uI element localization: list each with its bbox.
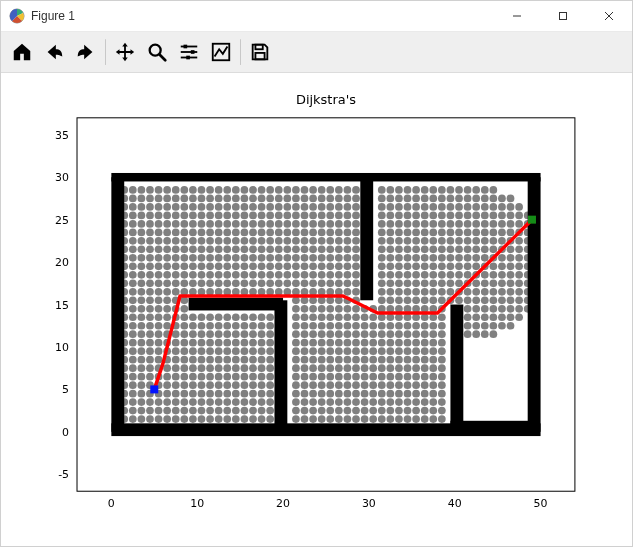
minimize-button[interactable] xyxy=(494,1,540,31)
pan-button[interactable] xyxy=(110,36,140,68)
svg-point-1090 xyxy=(472,245,480,253)
home-button[interactable] xyxy=(7,36,37,68)
svg-point-1100 xyxy=(481,313,489,321)
svg-point-132 xyxy=(146,415,154,423)
svg-point-942 xyxy=(412,245,420,253)
svg-point-355 xyxy=(215,373,223,381)
svg-point-116 xyxy=(138,313,146,321)
svg-point-187 xyxy=(155,186,163,194)
svg-rect-2 xyxy=(560,13,567,20)
svg-point-491 xyxy=(258,322,266,330)
svg-point-750 xyxy=(344,212,352,220)
svg-point-1028 xyxy=(438,229,446,237)
svg-point-455 xyxy=(249,407,257,415)
svg-point-323 xyxy=(198,186,206,194)
svg-point-779 xyxy=(352,203,360,211)
svg-point-93 xyxy=(129,271,137,279)
svg-point-885 xyxy=(395,254,403,262)
svg-point-924 xyxy=(412,398,420,406)
svg-point-874 xyxy=(395,347,403,355)
svg-point-701 xyxy=(335,390,343,398)
svg-point-870 xyxy=(395,381,403,389)
svg-point-111 xyxy=(138,356,146,364)
svg-point-219 xyxy=(172,390,180,398)
svg-point-670 xyxy=(326,415,334,423)
svg-point-262 xyxy=(180,262,188,270)
svg-point-452 xyxy=(241,195,249,203)
svg-rect-1197 xyxy=(274,300,287,432)
save-button[interactable] xyxy=(245,36,275,68)
svg-point-956 xyxy=(421,364,429,372)
svg-point-194 xyxy=(163,364,171,372)
svg-point-1010 xyxy=(438,381,446,389)
svg-point-675 xyxy=(326,373,334,381)
svg-point-662 xyxy=(318,245,326,253)
back-button[interactable] xyxy=(39,36,69,68)
svg-point-744 xyxy=(344,262,352,270)
svg-point-1108 xyxy=(481,245,489,253)
svg-point-402 xyxy=(232,415,240,423)
svg-point-711 xyxy=(335,305,343,313)
svg-point-557 xyxy=(283,186,291,194)
svg-point-549 xyxy=(283,254,291,262)
svg-point-1129 xyxy=(489,220,497,228)
svg-point-372 xyxy=(215,212,223,220)
svg-point-1178 xyxy=(515,212,523,220)
svg-point-495 xyxy=(258,271,266,279)
svg-point-945 xyxy=(412,220,420,228)
svg-point-430 xyxy=(241,398,249,406)
svg-point-613 xyxy=(301,186,309,194)
svg-point-819 xyxy=(378,339,386,347)
zoom-button[interactable] xyxy=(142,36,172,68)
svg-point-591 xyxy=(301,373,309,381)
svg-point-501 xyxy=(258,220,266,228)
svg-point-238 xyxy=(172,229,180,237)
svg-point-306 xyxy=(198,347,206,355)
svg-point-839 xyxy=(386,407,394,415)
svg-point-406 xyxy=(232,381,240,389)
svg-point-589 xyxy=(301,390,309,398)
svg-point-797 xyxy=(369,407,377,415)
svg-point-731 xyxy=(344,373,352,381)
svg-point-1076 xyxy=(464,212,472,220)
svg-point-947 xyxy=(412,203,420,211)
svg-point-1062 xyxy=(464,330,472,338)
svg-point-483 xyxy=(258,390,266,398)
svg-point-364 xyxy=(215,279,223,287)
svg-point-260 xyxy=(180,279,188,287)
svg-point-336 xyxy=(206,313,214,321)
svg-point-486 xyxy=(258,364,266,372)
svg-point-668 xyxy=(318,195,326,203)
svg-point-217 xyxy=(172,407,180,415)
svg-point-529 xyxy=(266,203,274,211)
svg-point-561 xyxy=(292,390,300,398)
svg-point-1121 xyxy=(489,288,497,296)
svg-point-734 xyxy=(344,347,352,355)
svg-point-256 xyxy=(180,313,188,321)
svg-point-998 xyxy=(429,245,437,253)
svg-point-710 xyxy=(335,313,343,321)
svg-point-1120 xyxy=(489,296,497,304)
svg-point-1145 xyxy=(498,229,506,237)
svg-point-595 xyxy=(301,339,309,347)
svg-text:35: 35 xyxy=(55,129,69,142)
subplots-button[interactable] xyxy=(174,36,204,68)
svg-point-564 xyxy=(292,364,300,372)
svg-point-221 xyxy=(172,373,180,381)
axes-button[interactable] xyxy=(206,36,236,68)
svg-point-302 xyxy=(198,381,206,389)
maximize-button[interactable] xyxy=(540,1,586,31)
svg-point-122 xyxy=(138,262,146,270)
svg-point-732 xyxy=(344,364,352,372)
svg-point-722 xyxy=(335,212,343,220)
close-button[interactable] xyxy=(586,1,632,31)
svg-point-608 xyxy=(301,229,309,237)
svg-point-760 xyxy=(352,364,360,372)
plot-area[interactable]: Dijkstra's01020304050-505101520253035 xyxy=(1,73,632,546)
svg-point-424 xyxy=(232,212,240,220)
svg-point-737 xyxy=(344,322,352,330)
toolbar xyxy=(1,32,632,73)
svg-point-377 xyxy=(223,407,231,415)
forward-button[interactable] xyxy=(71,36,101,68)
svg-point-546 xyxy=(283,279,291,287)
